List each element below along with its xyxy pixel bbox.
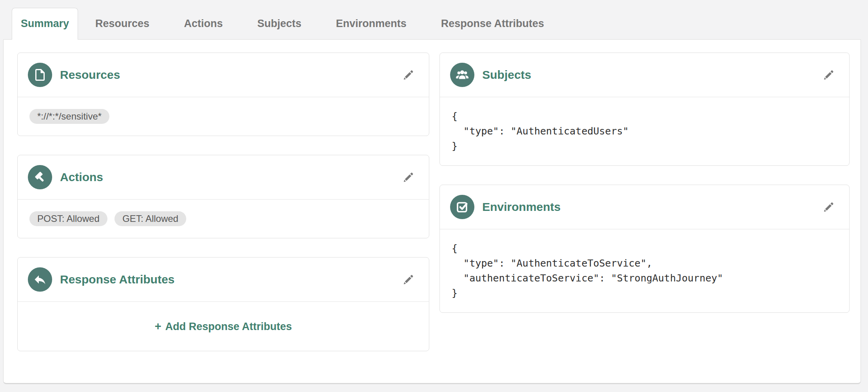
pencil-icon bbox=[402, 273, 416, 286]
pencil-icon bbox=[402, 171, 416, 183]
card-resources: Resources *://*:*/sensitive* bbox=[17, 53, 429, 136]
action-pill-get: GET: Allowed bbox=[114, 211, 186, 226]
pencil-icon bbox=[402, 69, 416, 81]
left-column: Resources *://*:*/sensitive* bbox=[17, 53, 429, 351]
card-actions-header: Actions bbox=[18, 155, 429, 200]
add-response-attributes-button[interactable]: +Add Response Attributes bbox=[18, 302, 429, 351]
users-icon bbox=[450, 63, 474, 87]
card-environments-body: { "type": "AuthenticateToService", "auth… bbox=[440, 229, 849, 312]
card-response-attributes-body: +Add Response Attributes bbox=[18, 302, 429, 351]
pencil-icon bbox=[823, 69, 836, 81]
resource-pattern-pill: *://*:*/sensitive* bbox=[29, 109, 109, 124]
tab-response-attributes[interactable]: Response Attributes bbox=[424, 8, 561, 39]
card-response-attributes-header: Response Attributes bbox=[18, 258, 429, 302]
edit-response-attributes-button[interactable] bbox=[402, 273, 416, 286]
tab-environments[interactable]: Environments bbox=[319, 8, 424, 39]
reply-icon bbox=[28, 267, 52, 292]
tab-resources[interactable]: Resources bbox=[78, 8, 167, 39]
file-icon bbox=[28, 63, 52, 87]
card-subjects: Subjects { "type": "AuthenticatedUsers" … bbox=[439, 53, 850, 166]
edit-resources-button[interactable] bbox=[402, 68, 416, 82]
card-subjects-header: Subjects bbox=[440, 53, 849, 97]
card-actions-title: Actions bbox=[60, 171, 103, 184]
card-actions: Actions POST: Allowed GET: Allowed bbox=[17, 155, 429, 238]
card-resources-title: Resources bbox=[60, 68, 120, 82]
right-column: Subjects { "type": "AuthenticatedUsers" … bbox=[439, 53, 850, 313]
edit-environments-button[interactable] bbox=[823, 200, 836, 214]
policy-tabbar: Summary Resources Actions Subjects Envir… bbox=[0, 0, 868, 39]
gavel-icon bbox=[28, 165, 52, 189]
plus-icon: + bbox=[155, 320, 162, 332]
pencil-icon bbox=[823, 201, 836, 213]
card-environments: Environments { "type": "AuthenticateToSe… bbox=[439, 185, 850, 313]
tab-summary[interactable]: Summary bbox=[12, 8, 78, 40]
summary-panel: Resources *://*:*/sensitive* bbox=[3, 39, 861, 384]
tab-actions[interactable]: Actions bbox=[167, 8, 240, 39]
action-pill-post: POST: Allowed bbox=[29, 211, 107, 226]
add-response-attributes-label: Add Response Attributes bbox=[165, 321, 292, 332]
card-response-attributes: Response Attributes +Add Response Attrib… bbox=[17, 257, 429, 351]
check-square-icon bbox=[450, 195, 474, 219]
card-resources-body: *://*:*/sensitive* bbox=[18, 97, 429, 136]
subjects-json: { "type": "AuthenticatedUsers" } bbox=[452, 109, 837, 154]
card-subjects-title: Subjects bbox=[482, 68, 531, 82]
card-subjects-body: { "type": "AuthenticatedUsers" } bbox=[440, 97, 849, 165]
card-environments-header: Environments bbox=[440, 185, 849, 229]
tab-subjects[interactable]: Subjects bbox=[240, 8, 319, 39]
card-actions-body: POST: Allowed GET: Allowed bbox=[18, 200, 429, 238]
card-response-attributes-title: Response Attributes bbox=[60, 273, 174, 286]
card-environments-title: Environments bbox=[482, 200, 561, 214]
edit-subjects-button[interactable] bbox=[823, 68, 836, 82]
card-resources-header: Resources bbox=[18, 53, 429, 97]
environments-json: { "type": "AuthenticateToService", "auth… bbox=[452, 241, 837, 301]
edit-actions-button[interactable] bbox=[402, 171, 416, 184]
summary-columns: Resources *://*:*/sensitive* bbox=[4, 40, 861, 351]
